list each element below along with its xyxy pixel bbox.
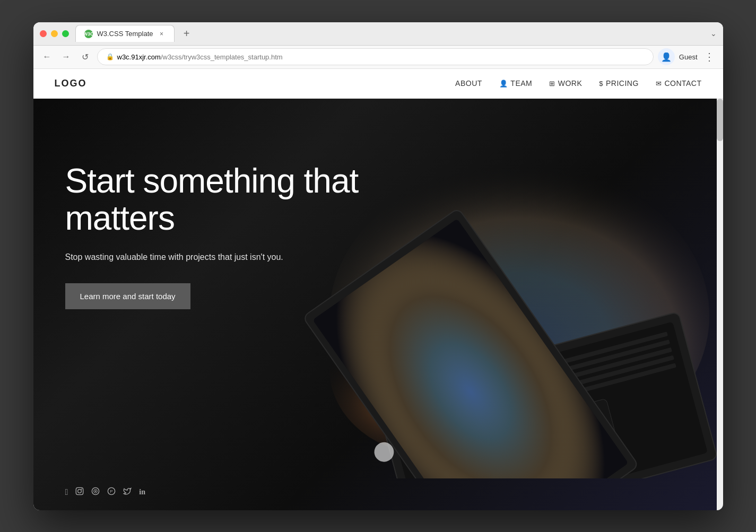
site-logo: LOGO (55, 78, 456, 89)
browser-tab[interactable]: W3C W3.CSS Template × (75, 25, 175, 42)
social-links:  P in (65, 487, 146, 498)
hero-subtitle: Stop wasting valuable time with projects… (65, 252, 691, 262)
lock-icon: 🔒 (106, 53, 114, 60)
nav-pricing[interactable]: $ PRICING (599, 79, 639, 88)
profile-icon: 👤 (661, 52, 672, 62)
cta-button[interactable]: Learn more and start today (65, 283, 190, 309)
nav-team[interactable]: 👤 TEAM (499, 79, 532, 88)
traffic-lights (40, 30, 69, 37)
svg-point-15 (78, 489, 82, 493)
minimize-button[interactable] (51, 30, 58, 37)
refresh-button[interactable]: ↺ (78, 49, 93, 64)
title-bar: W3C W3.CSS Template × + ⌄ (33, 22, 723, 46)
more-options-button[interactable]: ⋮ (702, 49, 717, 64)
window-controls-icon[interactable]: ⌄ (710, 29, 717, 38)
pinterest-icon[interactable]: P (107, 487, 116, 498)
svg-text:P: P (110, 489, 113, 494)
forward-button[interactable]: → (59, 49, 74, 64)
mail-icon: ✉ (656, 80, 662, 88)
facebook-icon[interactable]:  (65, 487, 68, 497)
tab-area: W3C W3.CSS Template × + (75, 25, 710, 42)
svg-point-16 (81, 489, 82, 490)
tab-title: W3.CSS Template (97, 30, 153, 38)
new-tab-button[interactable]: + (179, 26, 194, 41)
fullscreen-button[interactable] (62, 30, 69, 37)
twitter-icon[interactable] (123, 487, 132, 498)
title-bar-right: ⌄ (710, 29, 717, 38)
back-button[interactable]: ← (40, 49, 55, 64)
hero-title: Start something that matters (65, 162, 437, 237)
dollar-icon: $ (599, 80, 603, 88)
team-icon: 👤 (499, 80, 508, 88)
address-input[interactable]: 🔒 w3c.91xjr.com/w3css/tryw3css_templates… (97, 48, 654, 65)
browser-window: W3C W3.CSS Template × + ⌄ ← → ↺ 🔒 w3c.91… (33, 22, 723, 510)
nav-links: ABOUT 👤 TEAM ⊞ WORK $ PRICING ✉ CONTACT (455, 79, 701, 88)
nav-about[interactable]: ABOUT (455, 79, 482, 88)
svg-point-19 (95, 490, 97, 492)
nav-work[interactable]: ⊞ WORK (549, 79, 582, 88)
tab-favicon: W3C (84, 30, 93, 38)
hero-section: Start something that matters Stop wastin… (33, 99, 723, 510)
spotify-icon[interactable] (91, 487, 100, 498)
address-text: w3c.91xjr.com/w3css/tryw3css_templates_s… (117, 53, 283, 61)
website-content: LOGO ABOUT 👤 TEAM ⊞ WORK $ PRICING ✉ CON… (33, 69, 723, 510)
tab-close-icon[interactable]: × (157, 30, 166, 38)
hero-content: Start something that matters Stop wastin… (33, 99, 723, 510)
grid-icon: ⊞ (549, 80, 555, 88)
address-bar: ← → ↺ 🔒 w3c.91xjr.com/w3css/tryw3css_tem… (33, 46, 723, 69)
linkedin-icon[interactable]: in (139, 488, 145, 496)
profile-button[interactable]: 👤 (658, 48, 675, 65)
profile-label: Guest (679, 53, 698, 61)
instagram-icon[interactable] (75, 487, 84, 498)
svg-rect-14 (76, 487, 83, 494)
site-navigation: LOGO ABOUT 👤 TEAM ⊞ WORK $ PRICING ✉ CON… (33, 69, 723, 99)
nav-contact[interactable]: ✉ CONTACT (656, 79, 702, 88)
close-button[interactable] (40, 30, 47, 37)
